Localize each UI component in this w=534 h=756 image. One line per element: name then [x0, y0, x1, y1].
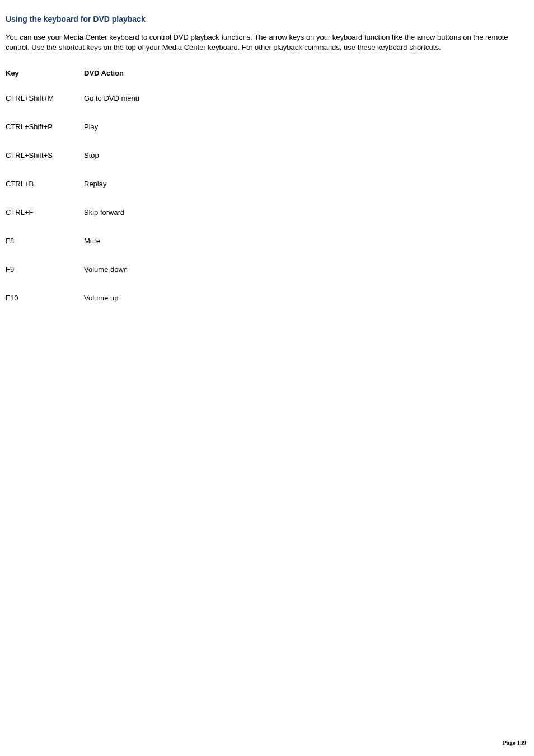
- page-number: Page 139: [503, 739, 526, 746]
- intro-paragraph: You can use your Media Center keyboard t…: [6, 32, 528, 52]
- table-row: F9 Volume down: [6, 265, 143, 294]
- cell-action: Stop: [84, 151, 143, 180]
- cell-action: Mute: [84, 237, 143, 265]
- cell-key: CTRL+B: [6, 180, 84, 208]
- shortcuts-table: Key DVD Action CTRL+Shift+M Go to DVD me…: [6, 69, 143, 322]
- cell-key: CTRL+Shift+M: [6, 94, 84, 123]
- table-header-key: Key: [6, 69, 84, 94]
- table-row: CTRL+Shift+M Go to DVD menu: [6, 94, 143, 123]
- table-row: CTRL+F Skip forward: [6, 208, 143, 237]
- table-row: F8 Mute: [6, 237, 143, 265]
- table-row: CTRL+B Replay: [6, 180, 143, 208]
- cell-key: F10: [6, 294, 84, 322]
- cell-key: CTRL+F: [6, 208, 84, 237]
- cell-action: Volume down: [84, 265, 143, 294]
- table-row: CTRL+Shift+P Play: [6, 123, 143, 151]
- table-row: F10 Volume up: [6, 294, 143, 322]
- cell-key: CTRL+Shift+P: [6, 123, 84, 151]
- cell-key: F9: [6, 265, 84, 294]
- cell-action: Replay: [84, 180, 143, 208]
- table-row: CTRL+Shift+S Stop: [6, 151, 143, 180]
- cell-key: CTRL+Shift+S: [6, 151, 84, 180]
- table-header-action: DVD Action: [84, 69, 143, 94]
- cell-key: F8: [6, 237, 84, 265]
- cell-action: Volume up: [84, 294, 143, 322]
- cell-action: Play: [84, 123, 143, 151]
- cell-action: Skip forward: [84, 208, 143, 237]
- cell-action: Go to DVD menu: [84, 94, 143, 123]
- section-heading: Using the keyboard for DVD playback: [6, 15, 528, 24]
